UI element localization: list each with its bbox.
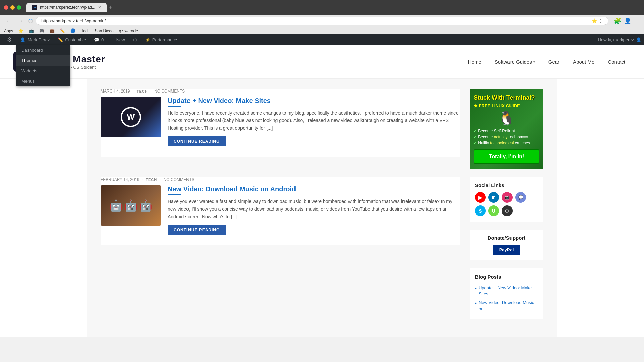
address-icons: ⭐ ⋮ — [592, 18, 603, 23]
wp-admin-dropdown: Dashboard Themes Widgets Menus — [16, 45, 70, 86]
discord-icon[interactable]: 💬 — [515, 192, 526, 203]
site-name-label: Mark Perez — [28, 37, 50, 42]
minimize-window-button[interactable] — [10, 5, 15, 10]
separator: · — [160, 177, 161, 182]
new-content-label: New — [116, 37, 125, 42]
post-title[interactable]: Update + New Video: Make Sites — [168, 97, 460, 107]
post-body: New Video: Download Music on Android Hav… — [168, 185, 460, 235]
post-body: Update + New Video: Make Sites Hello eve… — [168, 97, 460, 146]
separator: · — [132, 89, 133, 94]
bookmark-apps[interactable]: Apps — [4, 28, 13, 33]
blog-post-link-2[interactable]: New Video: Download Music on — [479, 300, 538, 312]
post-meta: MARCH 4, 2019 · TECH · NO COMMENTS — [101, 89, 460, 94]
address-bar[interactable]: https://markperez.tech/wp-admin/ ⭐ ⋮ — [36, 17, 608, 25]
ad-cta-button[interactable]: Totally, I'm in! — [474, 149, 539, 164]
post-content-row: W Update + New Video: Make Sites Hello e… — [101, 97, 460, 146]
bookmark-linkedin[interactable]: 💼 — [50, 28, 55, 33]
post-excerpt: Have you ever wanted a fast and simple w… — [168, 198, 460, 220]
paypal-button[interactable]: PayPal — [493, 245, 521, 255]
nav-contact[interactable]: Contact — [602, 56, 631, 67]
linkedin-icon[interactable]: in — [488, 192, 499, 203]
comments-icon: 💬 — [94, 37, 99, 42]
wp-icon-button[interactable]: ⊕ — [129, 34, 141, 45]
bookmark-youtube[interactable]: 📺 — [29, 28, 34, 33]
howdy-greeting: Howdy, markperez 👤 — [598, 37, 641, 42]
new-tab-button[interactable]: + — [109, 4, 112, 11]
widgets-link[interactable]: Widgets — [16, 66, 70, 76]
bookmark-blue[interactable]: 🔵 — [70, 28, 75, 33]
post-content-row: 🤖 🤖 🤖 New Video: Download Music on Andro… — [101, 185, 460, 235]
wp-admin-bar: ⚙ 👤 Mark Perez Dashboard Themes Widgets … — [0, 34, 644, 45]
close-tab-button[interactable]: ✕ — [98, 5, 101, 10]
dashboard-link[interactable]: Dashboard — [16, 45, 70, 55]
main-layout: MARCH 4, 2019 · TECH · NO COMMENTS W Upd… — [87, 79, 557, 337]
bookmark-edit[interactable]: ✏️ — [60, 28, 65, 33]
blog-post-link-1[interactable]: Update + New Video: Make Sites — [479, 285, 538, 297]
post-meta: FEBRUARY 14, 2019 · TECH · NO COMMENTS — [101, 177, 460, 182]
github-icon[interactable]: ⬡ — [502, 205, 513, 216]
customize-button[interactable]: ✏️ Customize — [54, 34, 90, 45]
menu-icon[interactable]: ⋮ — [634, 17, 640, 25]
post-date: MARCH 4, 2019 — [101, 89, 130, 94]
ad-widget: Stuck With Terminal? ★ FREE LINUX GUIDE … — [470, 89, 543, 169]
bookmark-game[interactable]: 🎮 — [39, 28, 44, 33]
thumbnail-content: 🤖 🤖 🤖 — [101, 185, 161, 226]
loading-spinner — [28, 19, 33, 23]
tab-favicon: W — [32, 5, 37, 10]
youtube-icon[interactable]: ▶ — [475, 192, 486, 203]
tab-title: https://markperez.tech/wp-ad... — [40, 5, 95, 10]
bookmark-sandiego[interactable]: San Diego — [95, 28, 114, 33]
upwork-icon[interactable]: U — [488, 205, 499, 216]
continue-reading-button[interactable]: CONTINUE READING — [168, 225, 226, 235]
post-thumbnail: W — [101, 97, 161, 137]
new-content-button[interactable]: + New — [108, 34, 129, 45]
thumbnail-content: W — [101, 97, 161, 137]
close-window-button[interactable] — [4, 5, 8, 10]
menus-link[interactable]: Menus — [16, 76, 70, 86]
ad-benefit-3: Nullify technological crutches — [474, 140, 539, 146]
wordpress-logo-thumb: W — [121, 107, 141, 127]
back-button[interactable]: ← — [4, 17, 13, 25]
site-header: MarkPerez[ ]> _ Digital Master Digital M… — [0, 45, 644, 79]
traffic-lights — [4, 5, 21, 10]
themes-link[interactable]: Themes — [16, 55, 70, 66]
post-comments: NO COMMENTS — [164, 177, 194, 182]
forward-button[interactable]: → — [16, 17, 25, 25]
comments-button[interactable]: 💬 0 — [90, 34, 108, 45]
continue-reading-button[interactable]: CONTINUE READING — [168, 136, 226, 146]
wp-logo-button[interactable]: ⚙ — [3, 34, 16, 45]
android-icon-3: 🤖 — [139, 199, 152, 212]
donate-title: Donate/Support — [475, 235, 538, 241]
donate-widget: Donate/Support PayPal — [470, 230, 543, 260]
post-category: TECH — [137, 89, 148, 93]
post-item: MARCH 4, 2019 · TECH · NO COMMENTS W Upd… — [101, 89, 460, 157]
bookmark-tech[interactable]: Tech — [81, 28, 89, 33]
browser-chrome: W https://markperez.tech/wp-ad... ✕ + ← … — [0, 0, 644, 34]
post-excerpt: Hello everyone, I have recently created … — [168, 109, 460, 132]
nav-about[interactable]: About Me — [568, 56, 600, 67]
address-text: https://markperez.tech/wp-admin/ — [41, 18, 590, 23]
ad-benefit-2: Become actually tech-savvy — [474, 134, 539, 140]
nav-gear[interactable]: Gear — [543, 56, 565, 67]
nav-home[interactable]: Home — [463, 56, 487, 67]
bookmark-g7[interactable]: g7 w/ rode — [119, 28, 138, 33]
nav-software-guides[interactable]: Software Guides ▾ — [489, 56, 540, 67]
social-links-widget: Social Links ▶ in 📷 💬 S U ⬡ — [470, 177, 543, 222]
howdy-text: Howdy, markperez — [598, 37, 634, 42]
performance-button[interactable]: ⚡ Performance — [141, 34, 181, 45]
maximize-window-button[interactable] — [17, 5, 21, 10]
site-name-button[interactable]: 👤 Mark Perez Dashboard Themes Widgets Me… — [16, 34, 54, 45]
post-title[interactable]: New Video: Download Music on Android — [168, 185, 460, 195]
bookmark-star[interactable]: ⭐ — [18, 28, 23, 33]
user-avatar: 👤 — [636, 37, 641, 42]
post-item: FEBRUARY 14, 2019 · TECH · NO COMMENTS 🤖… — [101, 177, 460, 245]
browser-titlebar: W https://markperez.tech/wp-ad... ✕ + — [0, 0, 644, 15]
active-tab[interactable]: W https://markperez.tech/wp-ad... ✕ — [26, 3, 107, 12]
instagram-icon[interactable]: 📷 — [502, 192, 513, 203]
extensions-icon[interactable]: 🧩 — [614, 17, 621, 25]
post-thumbnail: 🤖 🤖 🤖 — [101, 185, 161, 226]
blog-posts-title: Blog Posts — [475, 274, 538, 280]
post-divider — [101, 167, 460, 167]
profile-icon[interactable]: 👤 — [624, 17, 631, 25]
skype-icon[interactable]: S — [475, 205, 486, 216]
